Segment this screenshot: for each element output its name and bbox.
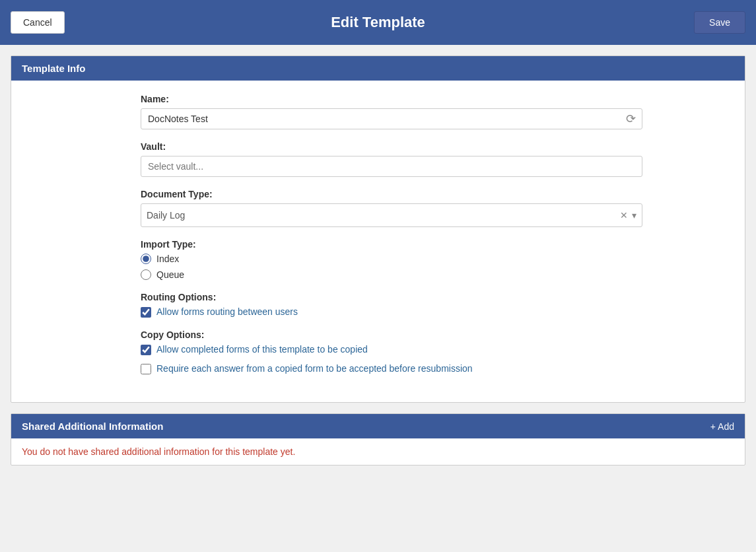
- vault-input[interactable]: [141, 156, 642, 177]
- page-header: Cancel Edit Template Save: [0, 0, 756, 45]
- copy-label: Copy Options:: [141, 329, 642, 340]
- name-input[interactable]: [141, 108, 642, 129]
- template-info-title: Template Info: [22, 63, 85, 74]
- template-info-header: Template Info: [11, 56, 745, 81]
- import-type-radio-group: Index Queue: [141, 254, 642, 280]
- require-checkbox-label: Require each answer from a copied form t…: [156, 363, 473, 374]
- radio-index[interactable]: Index: [141, 254, 642, 264]
- radio-index-label: Index: [156, 254, 179, 264]
- shared-info-header: Shared Additional Information + Add: [11, 414, 745, 438]
- shared-info-section: Shared Additional Information + Add You …: [11, 413, 745, 466]
- empty-message: You do not have shared additional inform…: [22, 446, 295, 457]
- page-title: Edit Template: [331, 14, 425, 31]
- name-input-wrapper: ⟳: [141, 108, 642, 129]
- clear-icon[interactable]: ✕: [620, 210, 628, 221]
- document-type-label: Document Type:: [141, 189, 642, 199]
- radio-queue-label: Queue: [156, 269, 184, 280]
- template-info-section: Template Info Name: ⟳ Vault: Document Ty…: [11, 55, 745, 403]
- routing-checkbox[interactable]: [141, 307, 151, 318]
- radio-queue-input[interactable]: [141, 269, 151, 280]
- vault-field-group: Vault:: [141, 141, 642, 177]
- add-button[interactable]: + Add: [710, 421, 734, 432]
- import-type-label: Import Type:: [141, 239, 642, 250]
- copy-checkbox-item: Allow completed forms of this template t…: [141, 344, 642, 355]
- radio-index-input[interactable]: [141, 254, 151, 264]
- require-checkbox-item: Require each answer from a copied form t…: [141, 363, 642, 374]
- import-type-field-group: Import Type: Index Queue: [141, 239, 642, 280]
- document-type-select[interactable]: Daily Log ✕ ▾: [141, 203, 642, 227]
- save-button[interactable]: Save: [694, 11, 745, 34]
- shared-info-title: Shared Additional Information: [22, 421, 163, 432]
- require-checkbox[interactable]: [141, 364, 151, 374]
- copy-checkbox[interactable]: [141, 345, 151, 355]
- name-field-group: Name: ⟳: [141, 94, 642, 129]
- routing-checkbox-label: Allow forms routing between users: [156, 306, 298, 317]
- vault-label: Vault:: [141, 141, 642, 152]
- copy-checkbox-label: Allow completed forms of this template t…: [156, 344, 368, 355]
- copy-options-group: Copy Options: Allow completed forms of t…: [141, 329, 642, 374]
- document-type-value: Daily Log: [147, 210, 620, 221]
- cancel-button[interactable]: Cancel: [11, 11, 65, 34]
- refresh-icon[interactable]: ⟳: [626, 112, 636, 126]
- name-label: Name:: [141, 94, 642, 104]
- routing-checkbox-item: Allow forms routing between users: [141, 306, 642, 318]
- routing-label: Routing Options:: [141, 292, 642, 302]
- select-controls: ✕ ▾: [620, 210, 636, 221]
- chevron-down-icon[interactable]: ▾: [632, 210, 636, 221]
- document-type-field-group: Document Type: Daily Log ✕ ▾: [141, 189, 642, 227]
- template-info-body: Name: ⟳ Vault: Document Type: Daily Log …: [11, 81, 745, 402]
- shared-info-empty: You do not have shared additional inform…: [11, 438, 745, 465]
- radio-queue[interactable]: Queue: [141, 269, 642, 280]
- routing-options-group: Routing Options: Allow forms routing bet…: [141, 292, 642, 318]
